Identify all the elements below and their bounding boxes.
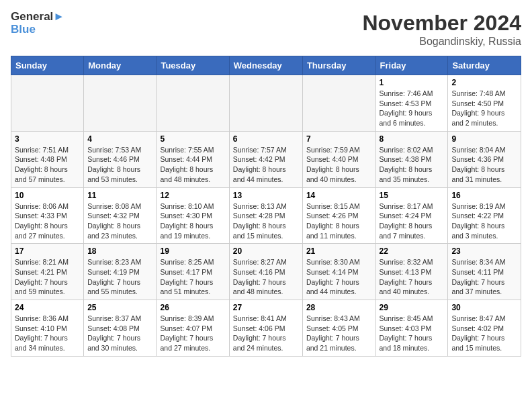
day-number: 19	[160, 246, 225, 256]
empty-cell	[157, 75, 229, 132]
day-cell-14: 14Sunrise: 8:15 AM Sunset: 4:26 PM Dayli…	[302, 187, 375, 244]
day-number: 22	[380, 246, 445, 256]
day-cell-3: 3Sunrise: 7:51 AM Sunset: 4:48 PM Daylig…	[11, 131, 84, 187]
page-header: General► Blue November 2024 Bogandinskiy…	[11, 11, 521, 48]
day-info: Sunrise: 8:19 AM Sunset: 4:22 PM Dayligh…	[451, 201, 517, 241]
weekday-sunday: Sunday	[11, 56, 84, 75]
day-number: 16	[451, 191, 517, 200]
day-info: Sunrise: 8:06 AM Sunset: 4:33 PM Dayligh…	[15, 201, 80, 241]
week-row-2: 3Sunrise: 7:51 AM Sunset: 4:48 PM Daylig…	[11, 131, 521, 187]
day-info: Sunrise: 8:08 AM Sunset: 4:32 PM Dayligh…	[87, 201, 152, 241]
day-info: Sunrise: 8:34 AM Sunset: 4:11 PM Dayligh…	[451, 257, 517, 297]
empty-cell	[229, 75, 302, 132]
day-number: 26	[160, 303, 225, 312]
day-info: Sunrise: 8:17 AM Sunset: 4:24 PM Dayligh…	[380, 201, 445, 241]
day-number: 17	[15, 246, 80, 256]
day-cell-5: 5Sunrise: 7:55 AM Sunset: 4:44 PM Daylig…	[157, 131, 229, 187]
day-number: 13	[233, 191, 299, 200]
day-number: 25	[87, 303, 152, 312]
day-number: 9	[451, 134, 517, 144]
month-title: November 2024	[362, 11, 521, 36]
weekday-thursday: Thursday	[302, 56, 375, 75]
day-info: Sunrise: 8:47 AM Sunset: 4:02 PM Dayligh…	[451, 314, 517, 353]
day-number: 4	[87, 134, 152, 144]
weekday-saturday: Saturday	[448, 56, 521, 75]
day-info: Sunrise: 8:43 AM Sunset: 4:05 PM Dayligh…	[306, 314, 372, 353]
week-row-3: 10Sunrise: 8:06 AM Sunset: 4:33 PM Dayli…	[11, 187, 521, 244]
day-info: Sunrise: 7:59 AM Sunset: 4:40 PM Dayligh…	[306, 145, 372, 185]
day-number: 27	[233, 303, 299, 312]
day-number: 15	[380, 191, 445, 200]
day-info: Sunrise: 8:30 AM Sunset: 4:14 PM Dayligh…	[306, 257, 372, 297]
day-number: 20	[233, 246, 299, 256]
day-info: Sunrise: 8:21 AM Sunset: 4:21 PM Dayligh…	[15, 257, 80, 297]
day-info: Sunrise: 8:36 AM Sunset: 4:10 PM Dayligh…	[15, 314, 80, 353]
day-cell-17: 17Sunrise: 8:21 AM Sunset: 4:21 PM Dayli…	[11, 244, 84, 300]
day-info: Sunrise: 8:45 AM Sunset: 4:03 PM Dayligh…	[380, 314, 445, 353]
day-info: Sunrise: 7:51 AM Sunset: 4:48 PM Dayligh…	[15, 145, 80, 185]
weekday-friday: Friday	[375, 56, 448, 75]
day-cell-29: 29Sunrise: 8:45 AM Sunset: 4:03 PM Dayli…	[375, 300, 448, 357]
day-cell-4: 4Sunrise: 7:53 AM Sunset: 4:46 PM Daylig…	[84, 131, 157, 187]
day-cell-16: 16Sunrise: 8:19 AM Sunset: 4:22 PM Dayli…	[448, 187, 521, 244]
day-cell-23: 23Sunrise: 8:34 AM Sunset: 4:11 PM Dayli…	[448, 244, 521, 300]
day-info: Sunrise: 8:25 AM Sunset: 4:17 PM Dayligh…	[160, 257, 225, 297]
day-cell-13: 13Sunrise: 8:13 AM Sunset: 4:28 PM Dayli…	[229, 187, 302, 244]
day-number: 10	[15, 191, 80, 200]
day-info: Sunrise: 8:15 AM Sunset: 4:26 PM Dayligh…	[306, 201, 372, 241]
day-cell-7: 7Sunrise: 7:59 AM Sunset: 4:40 PM Daylig…	[302, 131, 375, 187]
day-cell-30: 30Sunrise: 8:47 AM Sunset: 4:02 PM Dayli…	[448, 300, 521, 357]
day-cell-12: 12Sunrise: 8:10 AM Sunset: 4:30 PM Dayli…	[157, 187, 229, 244]
day-info: Sunrise: 7:48 AM Sunset: 4:50 PM Dayligh…	[451, 89, 517, 128]
day-number: 5	[160, 134, 225, 144]
day-info: Sunrise: 8:41 AM Sunset: 4:06 PM Dayligh…	[233, 314, 299, 353]
day-cell-1: 1Sunrise: 7:46 AM Sunset: 4:53 PM Daylig…	[375, 75, 448, 132]
day-number: 24	[15, 303, 80, 312]
day-info: Sunrise: 7:53 AM Sunset: 4:46 PM Dayligh…	[87, 145, 152, 185]
day-cell-21: 21Sunrise: 8:30 AM Sunset: 4:14 PM Dayli…	[302, 244, 375, 300]
day-cell-9: 9Sunrise: 8:04 AM Sunset: 4:36 PM Daylig…	[448, 131, 521, 187]
day-cell-27: 27Sunrise: 8:41 AM Sunset: 4:06 PM Dayli…	[229, 300, 302, 357]
day-number: 14	[306, 191, 372, 200]
day-info: Sunrise: 8:37 AM Sunset: 4:08 PM Dayligh…	[87, 314, 152, 353]
title-block: November 2024 Bogandinskiy, Russia	[362, 11, 521, 48]
day-cell-6: 6Sunrise: 7:57 AM Sunset: 4:42 PM Daylig…	[229, 131, 302, 187]
day-cell-19: 19Sunrise: 8:25 AM Sunset: 4:17 PM Dayli…	[157, 244, 229, 300]
empty-cell	[302, 75, 375, 132]
day-cell-26: 26Sunrise: 8:39 AM Sunset: 4:07 PM Dayli…	[157, 300, 229, 357]
day-number: 29	[380, 303, 445, 312]
empty-cell	[84, 75, 157, 132]
week-row-5: 24Sunrise: 8:36 AM Sunset: 4:10 PM Dayli…	[11, 300, 521, 357]
day-number: 28	[306, 303, 372, 312]
day-cell-28: 28Sunrise: 8:43 AM Sunset: 4:05 PM Dayli…	[302, 300, 375, 357]
day-cell-10: 10Sunrise: 8:06 AM Sunset: 4:33 PM Dayli…	[11, 187, 84, 244]
logo: General► Blue	[11, 11, 64, 36]
day-info: Sunrise: 7:46 AM Sunset: 4:53 PM Dayligh…	[380, 89, 445, 128]
day-cell-18: 18Sunrise: 8:23 AM Sunset: 4:19 PM Dayli…	[84, 244, 157, 300]
day-number: 1	[380, 78, 445, 87]
day-info: Sunrise: 8:23 AM Sunset: 4:19 PM Dayligh…	[87, 257, 152, 297]
weekday-monday: Monday	[84, 56, 157, 75]
weekday-wednesday: Wednesday	[229, 56, 302, 75]
calendar: SundayMondayTuesdayWednesdayThursdayFrid…	[11, 56, 521, 357]
day-info: Sunrise: 8:32 AM Sunset: 4:13 PM Dayligh…	[380, 257, 445, 297]
day-info: Sunrise: 8:13 AM Sunset: 4:28 PM Dayligh…	[233, 201, 299, 241]
day-number: 3	[15, 134, 80, 144]
week-row-1: 1Sunrise: 7:46 AM Sunset: 4:53 PM Daylig…	[11, 75, 521, 132]
day-number: 30	[451, 303, 517, 312]
day-cell-2: 2Sunrise: 7:48 AM Sunset: 4:50 PM Daylig…	[448, 75, 521, 132]
day-number: 18	[87, 246, 152, 256]
day-number: 8	[380, 134, 445, 144]
empty-cell	[11, 75, 84, 132]
day-info: Sunrise: 8:04 AM Sunset: 4:36 PM Dayligh…	[451, 145, 517, 185]
day-cell-8: 8Sunrise: 8:02 AM Sunset: 4:38 PM Daylig…	[375, 131, 448, 187]
day-info: Sunrise: 8:10 AM Sunset: 4:30 PM Dayligh…	[160, 201, 225, 241]
day-info: Sunrise: 7:55 AM Sunset: 4:44 PM Dayligh…	[160, 145, 225, 185]
day-info: Sunrise: 7:57 AM Sunset: 4:42 PM Dayligh…	[233, 145, 299, 185]
weekday-tuesday: Tuesday	[157, 56, 229, 75]
day-cell-22: 22Sunrise: 8:32 AM Sunset: 4:13 PM Dayli…	[375, 244, 448, 300]
day-info: Sunrise: 8:39 AM Sunset: 4:07 PM Dayligh…	[160, 314, 225, 353]
location: Bogandinskiy, Russia	[362, 36, 521, 48]
day-info: Sunrise: 8:02 AM Sunset: 4:38 PM Dayligh…	[380, 145, 445, 185]
day-cell-20: 20Sunrise: 8:27 AM Sunset: 4:16 PM Dayli…	[229, 244, 302, 300]
